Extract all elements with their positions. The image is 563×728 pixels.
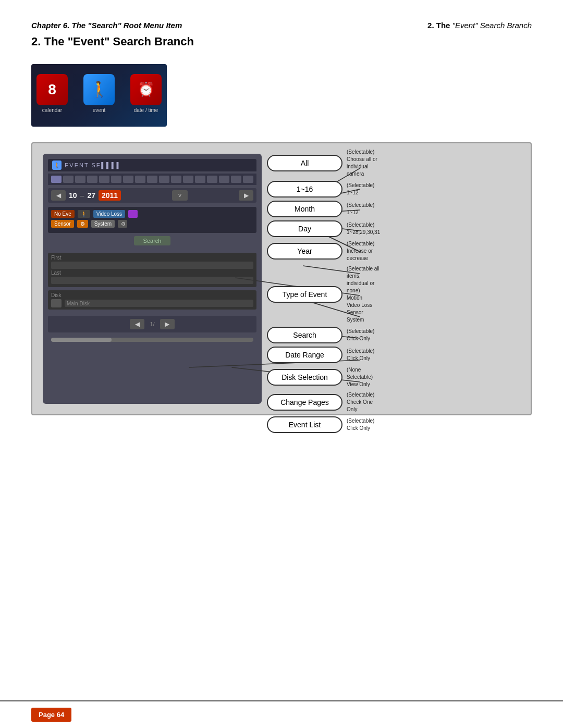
tab-16[interactable] (243, 176, 253, 183)
label-date-range-row: Date Range (Selectable)Click Only (267, 347, 380, 363)
disk-area: Disk Main Disk (48, 290, 256, 310)
progress-fill (51, 338, 112, 342)
page-badge: Page 64 (31, 708, 71, 722)
screen-mockup: 🚶 EVENT SE▌▌▌▌ (43, 154, 262, 404)
label-date-range: Date Range (267, 347, 342, 363)
date-nav-prev[interactable]: ◀ (51, 190, 66, 201)
disk-value-row: Main Disk (51, 299, 253, 307)
desc-change-pages: (Selectable)Check OneOnly (347, 391, 374, 413)
event-label: event (93, 107, 105, 113)
tab-2[interactable] (75, 176, 85, 183)
date-month: 10 (69, 191, 77, 200)
disk-icon (51, 299, 62, 307)
tab-11[interactable] (183, 176, 193, 183)
date-day: 27 (87, 191, 95, 200)
search-btn-container: Search (48, 236, 256, 249)
label-disk-selection: Disk Selection (267, 369, 342, 386)
event-cell-videoloss: Video Loss (93, 210, 125, 218)
tab-9[interactable] (159, 176, 169, 183)
date-nav-indicator: V (172, 190, 188, 201)
section-heading: 2. The "Event" Search Branch (31, 35, 532, 48)
datetime-icon-item: ⏰ date / time (130, 74, 162, 113)
screen-top-icon: 🚶 (52, 161, 62, 170)
desc-search: (Selectable)Click Only (347, 328, 374, 342)
event-cell-noeve: No Eve (51, 210, 75, 218)
desc-month: (Selectable)1~12 (347, 202, 374, 216)
calendar-label: calendar (42, 107, 62, 113)
screen-title: EVENT SE▌▌▌▌ (65, 162, 121, 168)
tab-13[interactable] (207, 176, 217, 183)
datetime-label: date / time (134, 107, 158, 113)
tab-14[interactable] (219, 176, 229, 183)
right-labels-area: All (Selectable)Choose all orindividualc… (267, 149, 380, 433)
calendar-icon-box: 8 (36, 74, 68, 105)
events-area: No Eve 🚶 Video Loss Sensor ⚙ System ⚙ (48, 207, 256, 233)
last-value (51, 277, 253, 284)
progress-bar (51, 338, 253, 342)
screen-tabs-row (48, 174, 256, 185)
event-cell-color (128, 210, 138, 218)
tab-12[interactable] (195, 176, 205, 183)
desc-type-of-event: (Selectable allitems,individual ornone)M… (347, 265, 380, 324)
event-row-1: No Eve 🚶 Video Loss (51, 210, 253, 218)
label-type-of-event: Type of Event (267, 286, 342, 303)
event-cell-system: System (91, 220, 115, 228)
label-camera-range-row: 1~16 (Selectable)1~12 (267, 181, 380, 198)
date-nav-next[interactable]: ▶ (239, 190, 253, 201)
tab-5[interactable] (111, 176, 121, 183)
tab-7[interactable] (135, 176, 145, 183)
event-cell-sensor: Sensor (51, 220, 74, 228)
top-image-icons: 8 calendar 🚶 event ⏰ date / time (36, 74, 162, 113)
desc-date-range: (Selectable)Click Only (347, 348, 374, 362)
label-change-pages: Change Pages (267, 394, 342, 411)
screen-date-row: ◀ 10 – 27 2011 V ▶ (48, 188, 256, 203)
event-row-2: Sensor ⚙ System ⚙ (51, 220, 253, 228)
page-container: Chapter 6. The "Search" Root Menu Item 2… (0, 0, 563, 728)
disk-label: Disk (51, 292, 253, 298)
label-month-row: Month (Selectable)1~12 (267, 201, 380, 217)
desc-disk-selection: (NoneSelectable)View Only (347, 366, 373, 388)
event-cell-gear2: ⚙ (118, 220, 127, 228)
screen-top-bar: 🚶 EVENT SE▌▌▌▌ (48, 159, 256, 171)
event-icon-box: 🚶 (83, 74, 115, 105)
event-cell-motion-icon: 🚶 (78, 210, 90, 218)
nav-next-btn[interactable]: ▶ (160, 319, 175, 329)
calendar-icon-item: 8 calendar (36, 74, 68, 113)
label-disk-selection-row: Disk Selection (NoneSelectable)View Only (267, 366, 380, 388)
branch-title-bold: 2. The (427, 21, 452, 30)
search-button-screen[interactable]: Search (134, 236, 170, 245)
desc-day: (Selectable)1~28,29,30,31 (347, 221, 380, 236)
event-cell-gear-icon: ⚙ (77, 220, 88, 228)
tab-8[interactable] (147, 176, 157, 183)
desc-all: (Selectable)Choose all orindividualcamer… (347, 149, 377, 178)
datetime-icon-box: ⏰ (130, 74, 162, 105)
tab-15[interactable] (231, 176, 241, 183)
date-sep1: – (80, 191, 84, 200)
tab-1[interactable] (63, 176, 74, 183)
label-change-pages-row: Change Pages (Selectable)Check OneOnly (267, 391, 380, 413)
label-year: Year (267, 243, 342, 260)
page-footer: Page 64 (0, 700, 563, 728)
label-event-list: Event List (267, 416, 342, 433)
nav-prev-btn[interactable]: ◀ (130, 319, 144, 329)
label-camera-range: 1~16 (267, 181, 342, 198)
tab-all[interactable] (51, 176, 62, 183)
chapter-title: Chapter 6. The "Search" Root Menu Item (31, 21, 182, 30)
screen-bottom-nav: ◀ 1/ ▶ (48, 316, 256, 332)
tab-6[interactable] (123, 176, 133, 183)
disk-text: Main Disk (65, 300, 253, 307)
tab-3[interactable] (87, 176, 97, 183)
tab-4[interactable] (99, 176, 109, 183)
tab-10[interactable] (171, 176, 181, 183)
desc-year: (Selectable)Increase ordecrease (347, 240, 374, 262)
label-day-row: Day (Selectable)1~28,29,30,31 (267, 220, 380, 237)
branch-title-right: 2. The "Event" Search Branch (427, 21, 532, 30)
label-month: Month (267, 201, 342, 217)
label-type-of-event-row: Type of Event (Selectable allitems,indiv… (267, 265, 380, 324)
date-year[interactable]: 2011 (99, 190, 121, 201)
nav-page-num: 1/ (150, 321, 154, 327)
desc-event-list: (Selectable)Click Only (347, 417, 374, 432)
label-search-row: Search (Selectable)Click Only (267, 327, 380, 343)
label-search: Search (267, 327, 342, 343)
progress-bar-container (48, 332, 256, 344)
